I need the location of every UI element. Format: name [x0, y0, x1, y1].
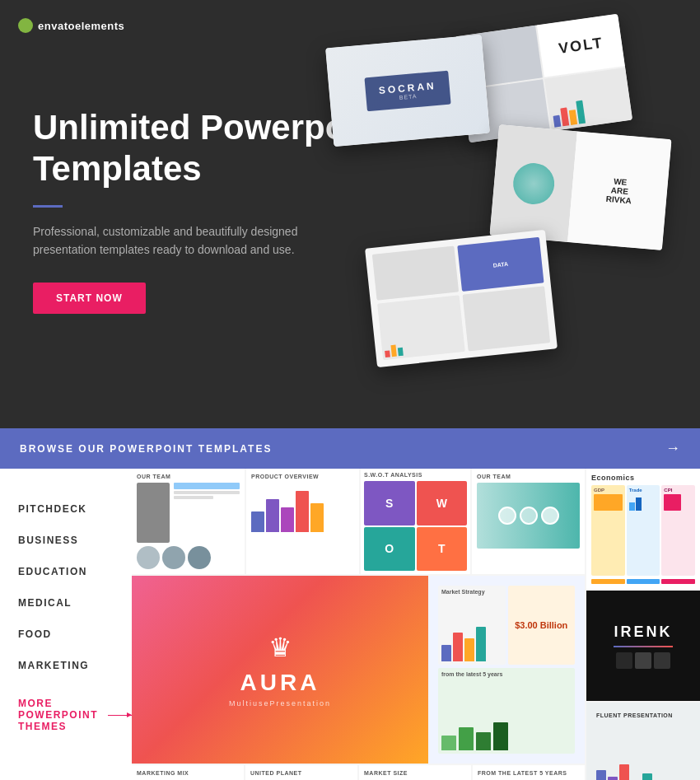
fluent-label: FLUENT PRESENTATION — [596, 712, 690, 718]
template-our-team-2[interactable]: OUR TEAM — [472, 469, 585, 574]
thumb-title-1: Our Team — [137, 474, 240, 479]
templates-grid: Our Team — [132, 469, 700, 780]
swot-o: O — [364, 527, 415, 572]
socran-card: SOCRAN BETA — [325, 35, 490, 147]
sidebar-item-medical[interactable]: MEDICAL — [18, 587, 132, 619]
right-column: Economics GDP Trade — [585, 469, 700, 780]
logo-text: envatoelements — [38, 20, 124, 32]
template-row-1: Our Team — [132, 469, 585, 576]
sidebar-item-pitchdeck[interactable]: PITCHDECK — [18, 493, 132, 525]
template-swot[interactable]: S.W.O.T Analysis S W O T — [361, 469, 472, 574]
template-fluent[interactable]: FLUENT PRESENTATION — [586, 703, 700, 780]
browse-bar[interactable]: BROWSE OUR POWERPOINT TEMPLATES → — [0, 428, 700, 469]
economics-title: Economics — [591, 474, 695, 482]
template-our-team[interactable]: Our Team — [132, 469, 246, 574]
thumb-title-5: Marketing Mix — [137, 770, 239, 776]
browse-title: BROWSE OUR POWERPOINT TEMPLATES — [20, 443, 272, 455]
logo-dot — [18, 18, 33, 33]
thumb-title-4: OUR TEAM — [477, 474, 580, 479]
aura-crown-icon: ♛ — [268, 632, 292, 663]
swot-w: W — [417, 481, 468, 525]
hero-divider — [33, 205, 63, 208]
template-irenk[interactable]: IRENK — [586, 591, 700, 703]
template-marketing-mix[interactable]: Marketing Mix Product Price Place — [132, 765, 245, 780]
template-market-size[interactable]: Market Size — [359, 765, 473, 780]
volt-label: VOLT — [558, 34, 604, 57]
aura-subtitle: MultiusePresentation — [229, 699, 331, 708]
template-row-2: ♛ AURA MultiusePresentation Market Strat… — [132, 576, 585, 765]
template-economics[interactable]: Economics GDP Trade — [586, 469, 700, 591]
swot-s: S — [364, 481, 415, 525]
main-templates: Our Team — [132, 469, 585, 780]
template-side-content[interactable]: Market Strategy $3.00 Bill — [428, 576, 585, 764]
aura-template[interactable]: ♛ AURA MultiusePresentation — [132, 576, 428, 764]
bottom-grid-card: DATA — [365, 230, 558, 367]
aura-title: AURA — [240, 670, 320, 696]
sidebar: PITCHDECK BUSINESS EDUCATION MEDICAL FOO… — [0, 469, 132, 780]
thumb-title-8: from the latest 5 years — [478, 770, 580, 776]
browse-arrow-icon: → — [665, 440, 680, 457]
swot-t: T — [417, 527, 468, 572]
templates-container: Our Team — [132, 469, 700, 780]
thumb-title-6: United Planet — [250, 770, 352, 776]
start-now-button[interactable]: START NOW — [33, 283, 146, 314]
sidebar-item-education[interactable]: EDUCATION — [18, 556, 132, 587]
thumb-title-7: Market Size — [364, 770, 466, 776]
sidebar-item-food[interactable]: FOOD — [18, 619, 132, 650]
sidebar-item-more[interactable]: MORE POWERPOINT THEMES — [18, 688, 132, 742]
thumb-title-3: S.W.O.T Analysis — [364, 472, 467, 478]
sidebar-item-marketing[interactable]: MARKETING — [18, 650, 132, 681]
hero-section: envatoelements Unlimited Powerpoint Temp… — [0, 0, 700, 428]
sidebar-item-business[interactable]: BUSINESS — [18, 525, 132, 556]
abstract-card: WEARERIVKA — [490, 124, 672, 250]
bottom-section: PITCHDECK BUSINESS EDUCATION MEDICAL FOO… — [0, 469, 700, 780]
template-row-3: Marketing Mix Product Price Place Un — [132, 765, 585, 780]
envato-logo: envatoelements — [18, 18, 124, 33]
irenk-label: IRENK — [614, 624, 672, 641]
more-arrow-icon — [108, 715, 132, 716]
template-growth-chart[interactable]: from the latest 5 years — [473, 765, 585, 780]
template-united-planet[interactable]: United Planet — [245, 765, 359, 780]
hero-description: Professional, customizable and beautiful… — [33, 222, 329, 259]
thumb-title-2: Product Overview — [251, 474, 354, 479]
template-product-overview[interactable]: Product Overview — [246, 469, 361, 574]
hero-images: VOLT SOCRAN BETA — [321, 0, 700, 428]
